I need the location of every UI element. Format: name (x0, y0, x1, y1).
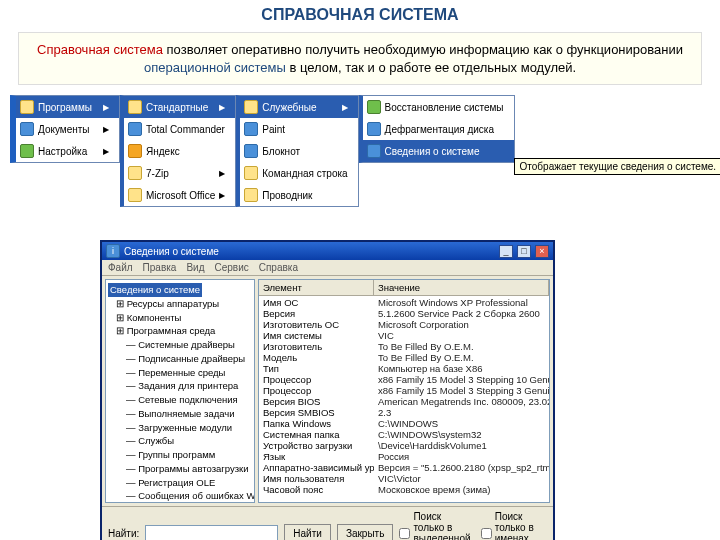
tree-node[interactable]: — Группы программ (108, 448, 252, 462)
tree-node[interactable]: Сведения о системе (108, 283, 252, 297)
list-row[interactable]: Версия SMBIOS2.3 (259, 407, 549, 418)
cell-element: Аппаратно-зависимый уровень (259, 462, 374, 473)
details-list[interactable]: Элемент Значение Имя ОСMicrosoft Windows… (258, 279, 550, 503)
find-label: Найти: (108, 528, 139, 539)
intro-accent-1: Справочная система (37, 42, 163, 57)
tree-node[interactable]: — Системные драйверы (108, 338, 252, 352)
menu-item[interactable]: Восстановление системы (363, 96, 514, 118)
menu-item[interactable]: Программы▶ (16, 96, 119, 118)
menu-item[interactable]: Блокнот (240, 140, 357, 162)
tree-node[interactable]: — Задания для принтера (108, 379, 252, 393)
cell-value: To Be Filled By O.E.M. (374, 352, 549, 363)
menu-item[interactable]: Total Commander (124, 118, 235, 140)
tree-node[interactable]: — Сетевые подключения (108, 393, 252, 407)
submenu-arrow-icon: ▶ (103, 103, 109, 112)
menu-item-label: Документы (38, 124, 90, 135)
cell-value: C:\WINDOWS\system32 (374, 429, 549, 440)
col-header-element[interactable]: Элемент (259, 280, 374, 295)
cell-value: VIC (374, 330, 549, 341)
menu-item[interactable]: Командная строка (240, 162, 357, 184)
cell-value: Microsoft Corporation (374, 319, 549, 330)
minimize-button[interactable]: _ (499, 245, 513, 258)
program-icon (128, 100, 142, 114)
list-row[interactable]: Папка WindowsC:\WINDOWS (259, 418, 549, 429)
tree-node[interactable]: — Подписанные драйверы (108, 352, 252, 366)
menu-item[interactable]: Документы▶ (16, 118, 119, 140)
col-header-value[interactable]: Значение (374, 280, 549, 295)
titlebar[interactable]: i Сведения о системе _ □ × (102, 242, 553, 260)
menubar-item[interactable]: Файл (108, 262, 133, 273)
close-button[interactable]: × (535, 245, 549, 258)
submenu-arrow-icon: ▶ (219, 191, 225, 200)
list-row[interactable]: Часовой поясМосковское время (зима) (259, 484, 549, 495)
cb-category-names[interactable] (481, 528, 492, 539)
slide-title: СПРАВОЧНАЯ СИСТЕМА (0, 0, 720, 32)
menubar-item[interactable]: Правка (143, 262, 177, 273)
cell-element: Изготовитель ОС (259, 319, 374, 330)
category-tree[interactable]: Сведения о системе⊞ Ресурсы аппаратуры⊞ … (105, 279, 255, 503)
menu-item[interactable]: 7-Zip▶ (124, 162, 235, 184)
menu-item[interactable]: Сведения о системеОтображает текущие све… (363, 140, 514, 162)
menu-item[interactable]: Microsoft Office▶ (124, 184, 235, 206)
cb-category-names-label: Поиск только в именах категорий (495, 511, 547, 540)
menu-item[interactable]: Яндекс (124, 140, 235, 162)
menu-item[interactable]: Настройка▶ (16, 140, 119, 162)
menu-item[interactable]: Стандартные▶ (124, 96, 235, 118)
program-icon (244, 188, 258, 202)
program-icon (244, 122, 258, 136)
tree-node[interactable]: ⊞ Компоненты (108, 311, 252, 325)
tree-node[interactable]: — Переменные среды (108, 366, 252, 380)
list-row[interactable]: Изготовитель ОСMicrosoft Corporation (259, 319, 549, 330)
window-title: Сведения о системе (124, 246, 495, 257)
list-row[interactable]: Имя ОСMicrosoft Windows XP Professional (259, 297, 549, 308)
menu-item-label: Сведения о системе (385, 146, 480, 157)
cell-value: American Megatrends Inc. 080009, 23.02.2… (374, 396, 549, 407)
tree-node[interactable]: ⊞ Программная среда (108, 324, 252, 338)
list-body: Имя ОСMicrosoft Windows XP ProfessionalВ… (259, 296, 549, 496)
list-row[interactable]: Процессорx86 Family 15 Model 3 Stepping … (259, 374, 549, 385)
list-row[interactable]: ЯзыкРоссия (259, 451, 549, 462)
tree-node[interactable]: — Программы автозагрузки (108, 462, 252, 476)
find-button[interactable]: Найти (284, 524, 331, 540)
tree-node[interactable]: ⊞ Ресурсы аппаратуры (108, 297, 252, 311)
menu-item[interactable]: Paint (240, 118, 357, 140)
menu-item[interactable]: Дефрагментация диска (363, 118, 514, 140)
close-find-button[interactable]: Закрыть (337, 524, 394, 540)
menu-column-1: Программы▶Документы▶Настройка▶ (10, 95, 120, 163)
find-input[interactable] (145, 525, 278, 540)
menu-item-label: Total Commander (146, 124, 225, 135)
list-row[interactable]: МодельTo Be Filled By O.E.M. (259, 352, 549, 363)
tree-node[interactable]: — Регистрация OLE (108, 476, 252, 490)
list-row[interactable]: Процессорx86 Family 15 Model 3 Stepping … (259, 385, 549, 396)
tree-node[interactable]: — Загруженные модули (108, 421, 252, 435)
menubar-item[interactable]: Сервис (214, 262, 248, 273)
maximize-button[interactable]: □ (517, 245, 531, 258)
menu-item-label: Настройка (38, 146, 87, 157)
list-row[interactable]: Системная папкаC:\WINDOWS\system32 (259, 429, 549, 440)
program-icon (244, 100, 258, 114)
tree-node[interactable]: — Сообщения об ошибках Windows (108, 489, 252, 503)
menu-item-label: Paint (262, 124, 285, 135)
list-row[interactable]: Устройство загрузки\Device\HarddiskVolum… (259, 440, 549, 451)
cb-selected-category[interactable] (399, 528, 410, 539)
cell-value: Microsoft Windows XP Professional (374, 297, 549, 308)
list-row[interactable]: Имя системыVIC (259, 330, 549, 341)
menu-item[interactable]: Служебные▶ (240, 96, 357, 118)
tree-node[interactable]: — Службы (108, 434, 252, 448)
list-header: Элемент Значение (259, 280, 549, 296)
list-row[interactable]: Версия BIOSAmerican Megatrends Inc. 0800… (259, 396, 549, 407)
menubar-item[interactable]: Вид (186, 262, 204, 273)
list-row[interactable]: ИзготовительTo Be Filled By O.E.M. (259, 341, 549, 352)
menu-item-label: Блокнот (262, 146, 300, 157)
cb-selected-category-label: Поиск только в выделенной категории (413, 511, 474, 540)
list-row[interactable]: Аппаратно-зависимый уровеньВерсия = "5.1… (259, 462, 549, 473)
list-row[interactable]: Имя пользователяVIC\Victor (259, 473, 549, 484)
tree-node[interactable]: — Выполняемые задачи (108, 407, 252, 421)
menubar-item[interactable]: Справка (259, 262, 298, 273)
intro-text-1: позволяет оперативно получить необходиму… (163, 42, 683, 57)
list-row[interactable]: Версия5.1.2600 Service Pack 2 Сборка 260… (259, 308, 549, 319)
menu-item[interactable]: Проводник (240, 184, 357, 206)
program-icon (20, 122, 34, 136)
list-row[interactable]: ТипКомпьютер на базе X86 (259, 363, 549, 374)
tooltip: Отображает текущие сведения о системе. (514, 158, 720, 175)
